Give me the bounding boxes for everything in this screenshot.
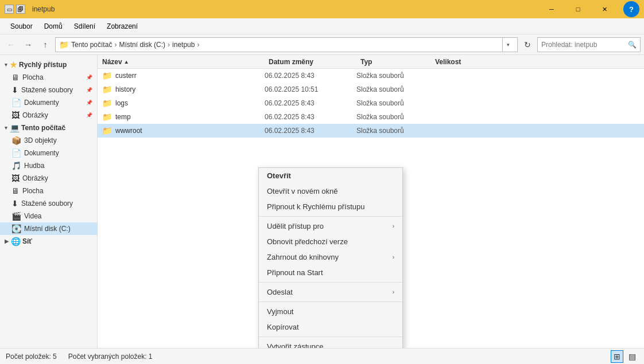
toolbar: ← → ↑ 📁 Tento počítač › Místní disk (C:)…: [0, 34, 644, 55]
pin-icon-stazene: 📌: [86, 87, 92, 93]
file-date: 06.02.2025 8:43: [265, 113, 356, 121]
file-type: Složka souborů: [356, 113, 431, 121]
titlebar: ▭ 🗐 inetpub ─ □ ✕ ?: [0, 0, 644, 18]
ctx-separator: [259, 216, 402, 217]
file-type: Složka souborů: [356, 85, 431, 93]
search-input[interactable]: [541, 41, 628, 49]
ctx-item-label: Vyjmout: [267, 307, 293, 316]
sidebar-item-stazene2[interactable]: ⬇ Stažené soubory: [0, 197, 97, 210]
file-row[interactable]: 📁 temp 06.02.2025 8:43 Složka souborů: [98, 110, 644, 124]
file-row[interactable]: 📁 wwwroot 06.02.2025 8:43 Složka souborů: [98, 124, 644, 138]
context-menu-item-6[interactable]: Připnout na Start: [259, 265, 402, 280]
search-icon: 🔍: [628, 41, 637, 49]
sidebar-item-plocha2[interactable]: 🖥 Plocha: [0, 185, 97, 197]
file-type: Složka souborů: [356, 99, 431, 107]
sidebar: ▾ ★ Rychlý přístup 🖥 Plocha 📌 ⬇ Stažené …: [0, 55, 98, 348]
help-button[interactable]: ?: [623, 1, 639, 17]
ctx-item-label: Kopírovat: [267, 323, 299, 331]
context-menu-item-10[interactable]: Vytvořit zástupce: [259, 339, 402, 348]
file-row[interactable]: 📁 history 06.02.2025 10:51 Složka soubor…: [98, 83, 644, 96]
context-menu-item-5[interactable]: Zahrnout do knihovny›: [259, 249, 402, 265]
context-menu-item-2[interactable]: Připnout k Rychlému přístupu: [259, 199, 402, 214]
view-buttons: ⊞ ▤: [611, 350, 638, 363]
menu-soubor[interactable]: Soubor: [5, 20, 38, 33]
view-details-button[interactable]: ⊞: [611, 350, 623, 363]
address-bar[interactable]: 📁 Tento počítač › Místní disk (C:) › ine…: [55, 37, 518, 52]
refresh-button[interactable]: ↻: [520, 37, 535, 52]
address-part-inetpub: inetpub: [172, 41, 195, 49]
videa-icon: 🎬: [11, 212, 21, 221]
context-menu-item-8[interactable]: Vyjmout: [259, 304, 402, 319]
minimize-button[interactable]: ─: [538, 0, 565, 18]
pin-icon-dokumenty: 📌: [86, 100, 92, 105]
submenu-arrow: ›: [393, 289, 394, 295]
thispc-icon: 💻: [10, 123, 20, 132]
titlebar-system-icons: ▭ 🗐: [5, 5, 25, 14]
file-list-container: Název ▲ Datum změny Typ Velikost 📁 custe…: [98, 55, 644, 348]
file-date: 06.02.2025 8:43: [265, 127, 356, 135]
col-header-date[interactable]: Datum změny: [269, 58, 360, 66]
context-menu-item-7[interactable]: Odeslat›: [259, 284, 402, 300]
thispc-label: Tento počítač: [21, 124, 65, 132]
file-name: wwwroot: [115, 127, 265, 135]
back-button[interactable]: ←: [3, 37, 18, 52]
quickaccess-label: Rychlý přístup: [19, 61, 67, 69]
sidebar-network-header[interactable]: ▶ 🌐 Síť: [0, 235, 97, 248]
view-list-button[interactable]: ▤: [626, 350, 638, 363]
sidebar-item-dokumenty[interactable]: 📄 Dokumenty 📌: [0, 96, 97, 109]
ctx-separator: [259, 282, 402, 283]
close-button[interactable]: ✕: [591, 0, 618, 18]
address-dropdown[interactable]: ▾: [502, 37, 514, 52]
context-menu-item-4[interactable]: Obnovit předchozí verze: [259, 234, 402, 249]
folder-icon: 📁: [102, 126, 112, 135]
search-bar[interactable]: 🔍: [537, 37, 641, 52]
ctx-item-label: Otevřít v novém okně: [267, 187, 338, 195]
menu-sdileni[interactable]: Sdílení: [68, 20, 101, 33]
ctx-separator: [259, 302, 402, 302]
file-name: history: [115, 85, 265, 93]
stazene-label: Stažené soubory: [21, 86, 73, 94]
file-rows: 📁 custerr 06.02.2025 8:43 Složka souborů…: [98, 69, 644, 138]
sidebar-item-plocha[interactable]: 🖥 Plocha 📌: [0, 71, 97, 84]
sidebar-item-cdisk[interactable]: 💽 Místní disk (C:): [0, 222, 97, 235]
ctx-item-label: Připnout k Rychlému přístupu: [267, 202, 365, 211]
file-row[interactable]: 📁 logs 06.02.2025 8:43 Složka souborů: [98, 96, 644, 110]
sidebar-item-docs[interactable]: 📄 Dokumenty: [0, 147, 97, 159]
status-selected: Počet vybraných položek: 1: [68, 353, 153, 361]
address-sep-1: ›: [114, 41, 117, 49]
menu-zobrazeni[interactable]: Zobrazení: [101, 20, 143, 33]
context-menu-item-1[interactable]: Otevřít v novém okně: [259, 183, 402, 199]
expand-network-icon: ▶: [5, 238, 9, 244]
menu-domu[interactable]: Domů: [38, 20, 68, 33]
obrazky-icon: 🖼: [11, 111, 20, 120]
plocha2-icon: 🖥: [11, 186, 20, 195]
context-menu-item-9[interactable]: Kopírovat: [259, 319, 402, 335]
col-header-name[interactable]: Název ▲: [102, 58, 269, 66]
3d-label: 3D objekty: [24, 136, 57, 144]
col-header-size[interactable]: Velikost: [435, 58, 481, 66]
titlebar-title: inetpub: [29, 5, 535, 13]
context-menu-item-3[interactable]: Udělit přístup pro›: [259, 218, 402, 234]
sidebar-thispc-header[interactable]: ▾ 💻 Tento počítač: [0, 122, 97, 134]
docs-label: Dokumenty: [24, 149, 59, 157]
file-list-header: Název ▲ Datum změny Typ Velikost: [98, 55, 644, 69]
folder-icon: 📁: [102, 112, 112, 122]
col-header-type[interactable]: Typ: [360, 58, 435, 66]
ctx-item-label: Udělit přístup pro: [267, 222, 324, 230]
sidebar-item-obrazky[interactable]: 🖼 Obrázky 📌: [0, 109, 97, 122]
up-button[interactable]: ↑: [38, 37, 53, 52]
sidebar-item-stazene[interactable]: ⬇ Stažené soubory 📌: [0, 84, 97, 96]
context-menu-item-0[interactable]: Otevřít: [259, 168, 402, 183]
pin-icon: 📌: [86, 75, 92, 80]
file-row[interactable]: 📁 custerr 06.02.2025 8:43 Složka souborů: [98, 69, 644, 83]
forward-button[interactable]: →: [21, 37, 36, 52]
menubar: Soubor Domů Sdílení Zobrazení: [0, 18, 644, 34]
sidebar-quickaccess-header[interactable]: ▾ ★ Rychlý přístup: [0, 58, 97, 71]
sidebar-item-obrazky2[interactable]: 🖼 Obrázky: [0, 172, 97, 185]
cdisk-label: Místní disk (C:): [24, 225, 71, 233]
ctx-item-label: Otevřít: [267, 171, 291, 180]
sidebar-item-hudba[interactable]: 🎵 Hudba: [0, 159, 97, 172]
sidebar-item-videa[interactable]: 🎬 Videa: [0, 210, 97, 222]
maximize-button[interactable]: □: [565, 0, 591, 18]
sidebar-item-3d[interactable]: 📦 3D objekty: [0, 134, 97, 147]
